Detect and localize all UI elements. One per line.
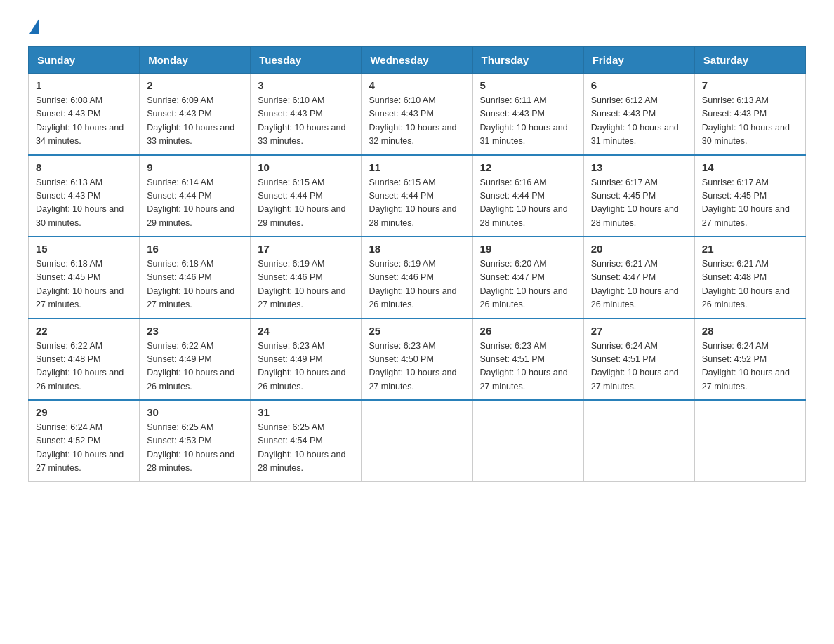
calendar-cell: 19Sunrise: 6:20 AMSunset: 4:47 PMDayligh… <box>472 236 583 318</box>
day-number: 15 <box>36 243 132 255</box>
calendar-cell: 2Sunrise: 6:09 AMSunset: 4:43 PMDaylight… <box>140 74 251 155</box>
calendar-cell: 9Sunrise: 6:14 AMSunset: 4:44 PMDaylight… <box>140 155 251 237</box>
day-number: 4 <box>369 79 465 91</box>
calendar-week-row: 15Sunrise: 6:18 AMSunset: 4:45 PMDayligh… <box>29 236 806 318</box>
calendar-cell: 26Sunrise: 6:23 AMSunset: 4:51 PMDayligh… <box>472 318 583 401</box>
day-info: Sunrise: 6:10 AMSunset: 4:43 PMDaylight:… <box>258 94 354 149</box>
logo-text <box>28 21 39 34</box>
day-number: 6 <box>591 79 687 91</box>
day-info: Sunrise: 6:11 AMSunset: 4:43 PMDaylight:… <box>480 94 576 149</box>
day-number: 17 <box>258 243 354 255</box>
weekday-header-friday: Friday <box>583 47 694 74</box>
day-number: 10 <box>258 161 354 173</box>
day-number: 29 <box>36 406 132 418</box>
calendar-cell: 8Sunrise: 6:13 AMSunset: 4:43 PMDaylight… <box>29 155 140 237</box>
day-number: 16 <box>147 243 243 255</box>
calendar-cell: 30Sunrise: 6:25 AMSunset: 4:53 PMDayligh… <box>140 400 251 481</box>
calendar-cell: 7Sunrise: 6:13 AMSunset: 4:43 PMDaylight… <box>694 74 805 155</box>
day-info: Sunrise: 6:25 AMSunset: 4:54 PMDaylight:… <box>258 421 354 476</box>
day-number: 27 <box>591 325 687 337</box>
calendar-week-row: 8Sunrise: 6:13 AMSunset: 4:43 PMDaylight… <box>29 155 806 237</box>
calendar-cell: 27Sunrise: 6:24 AMSunset: 4:51 PMDayligh… <box>583 318 694 401</box>
day-number: 24 <box>258 325 354 337</box>
calendar-cell: 20Sunrise: 6:21 AMSunset: 4:47 PMDayligh… <box>583 236 694 318</box>
calendar-cell <box>362 400 472 481</box>
day-info: Sunrise: 6:08 AMSunset: 4:43 PMDaylight:… <box>36 94 132 149</box>
day-number: 1 <box>36 79 132 91</box>
weekday-header-sunday: Sunday <box>29 47 140 74</box>
day-info: Sunrise: 6:24 AMSunset: 4:52 PMDaylight:… <box>702 340 798 394</box>
calendar-table: SundayMondayTuesdayWednesdayThursdayFrid… <box>28 46 806 482</box>
calendar-cell: 18Sunrise: 6:19 AMSunset: 4:46 PMDayligh… <box>362 236 472 318</box>
day-info: Sunrise: 6:24 AMSunset: 4:51 PMDaylight:… <box>591 340 687 394</box>
day-info: Sunrise: 6:12 AMSunset: 4:43 PMDaylight:… <box>591 94 687 149</box>
calendar-cell <box>694 400 805 481</box>
day-info: Sunrise: 6:19 AMSunset: 4:46 PMDaylight:… <box>258 257 354 312</box>
day-number: 13 <box>591 161 687 173</box>
calendar-week-row: 29Sunrise: 6:24 AMSunset: 4:52 PMDayligh… <box>29 400 806 481</box>
calendar-cell: 13Sunrise: 6:17 AMSunset: 4:45 PMDayligh… <box>583 155 694 237</box>
day-info: Sunrise: 6:22 AMSunset: 4:49 PMDaylight:… <box>147 340 243 394</box>
calendar-cell: 11Sunrise: 6:15 AMSunset: 4:44 PMDayligh… <box>362 155 472 237</box>
calendar-cell <box>583 400 694 481</box>
day-info: Sunrise: 6:20 AMSunset: 4:47 PMDaylight:… <box>480 257 576 312</box>
day-info: Sunrise: 6:16 AMSunset: 4:44 PMDaylight:… <box>480 176 576 231</box>
day-number: 11 <box>369 161 465 173</box>
day-number: 25 <box>369 325 465 337</box>
weekday-header-thursday: Thursday <box>472 47 583 74</box>
day-info: Sunrise: 6:19 AMSunset: 4:46 PMDaylight:… <box>369 257 465 312</box>
day-info: Sunrise: 6:18 AMSunset: 4:46 PMDaylight:… <box>147 257 243 312</box>
logo <box>28 21 39 32</box>
day-info: Sunrise: 6:24 AMSunset: 4:52 PMDaylight:… <box>36 421 132 476</box>
day-info: Sunrise: 6:21 AMSunset: 4:47 PMDaylight:… <box>591 257 687 312</box>
day-info: Sunrise: 6:09 AMSunset: 4:43 PMDaylight:… <box>147 94 243 149</box>
calendar-cell: 16Sunrise: 6:18 AMSunset: 4:46 PMDayligh… <box>140 236 251 318</box>
calendar-cell: 15Sunrise: 6:18 AMSunset: 4:45 PMDayligh… <box>29 236 140 318</box>
day-info: Sunrise: 6:18 AMSunset: 4:45 PMDaylight:… <box>36 257 132 312</box>
day-number: 14 <box>702 161 798 173</box>
calendar-cell: 21Sunrise: 6:21 AMSunset: 4:48 PMDayligh… <box>694 236 805 318</box>
day-number: 2 <box>147 79 243 91</box>
calendar-cell: 28Sunrise: 6:24 AMSunset: 4:52 PMDayligh… <box>694 318 805 401</box>
day-number: 18 <box>369 243 465 255</box>
calendar-cell: 22Sunrise: 6:22 AMSunset: 4:48 PMDayligh… <box>29 318 140 401</box>
day-info: Sunrise: 6:22 AMSunset: 4:48 PMDaylight:… <box>36 340 132 394</box>
calendar-cell: 12Sunrise: 6:16 AMSunset: 4:44 PMDayligh… <box>472 155 583 237</box>
calendar-cell: 1Sunrise: 6:08 AMSunset: 4:43 PMDaylight… <box>29 74 140 155</box>
day-number: 21 <box>702 243 798 255</box>
day-number: 7 <box>702 79 798 91</box>
day-info: Sunrise: 6:17 AMSunset: 4:45 PMDaylight:… <box>591 176 687 231</box>
day-number: 22 <box>36 325 132 337</box>
logo-triangle-icon <box>29 18 39 34</box>
calendar-cell: 14Sunrise: 6:17 AMSunset: 4:45 PMDayligh… <box>694 155 805 237</box>
calendar-cell <box>472 400 583 481</box>
calendar-cell: 31Sunrise: 6:25 AMSunset: 4:54 PMDayligh… <box>251 400 362 481</box>
weekday-header-row: SundayMondayTuesdayWednesdayThursdayFrid… <box>29 47 806 74</box>
calendar-cell: 17Sunrise: 6:19 AMSunset: 4:46 PMDayligh… <box>251 236 362 318</box>
day-info: Sunrise: 6:15 AMSunset: 4:44 PMDaylight:… <box>369 176 465 231</box>
calendar-cell: 6Sunrise: 6:12 AMSunset: 4:43 PMDaylight… <box>583 74 694 155</box>
day-number: 23 <box>147 325 243 337</box>
calendar-cell: 5Sunrise: 6:11 AMSunset: 4:43 PMDaylight… <box>472 74 583 155</box>
day-info: Sunrise: 6:23 AMSunset: 4:51 PMDaylight:… <box>480 340 576 394</box>
day-info: Sunrise: 6:14 AMSunset: 4:44 PMDaylight:… <box>147 176 243 231</box>
calendar-week-row: 22Sunrise: 6:22 AMSunset: 4:48 PMDayligh… <box>29 318 806 401</box>
page-header <box>28 21 806 32</box>
calendar-cell: 24Sunrise: 6:23 AMSunset: 4:49 PMDayligh… <box>251 318 362 401</box>
day-number: 5 <box>480 79 576 91</box>
day-number: 20 <box>591 243 687 255</box>
day-number: 12 <box>480 161 576 173</box>
calendar-cell: 23Sunrise: 6:22 AMSunset: 4:49 PMDayligh… <box>140 318 251 401</box>
calendar-cell: 3Sunrise: 6:10 AMSunset: 4:43 PMDaylight… <box>251 74 362 155</box>
calendar-cell: 29Sunrise: 6:24 AMSunset: 4:52 PMDayligh… <box>29 400 140 481</box>
weekday-header-monday: Monday <box>140 47 251 74</box>
weekday-header-saturday: Saturday <box>694 47 805 74</box>
day-number: 26 <box>480 325 576 337</box>
day-info: Sunrise: 6:10 AMSunset: 4:43 PMDaylight:… <box>369 94 465 149</box>
day-info: Sunrise: 6:21 AMSunset: 4:48 PMDaylight:… <box>702 257 798 312</box>
day-info: Sunrise: 6:13 AMSunset: 4:43 PMDaylight:… <box>702 94 798 149</box>
day-info: Sunrise: 6:15 AMSunset: 4:44 PMDaylight:… <box>258 176 354 231</box>
day-info: Sunrise: 6:23 AMSunset: 4:49 PMDaylight:… <box>258 340 354 394</box>
calendar-week-row: 1Sunrise: 6:08 AMSunset: 4:43 PMDaylight… <box>29 74 806 155</box>
day-info: Sunrise: 6:23 AMSunset: 4:50 PMDaylight:… <box>369 340 465 394</box>
